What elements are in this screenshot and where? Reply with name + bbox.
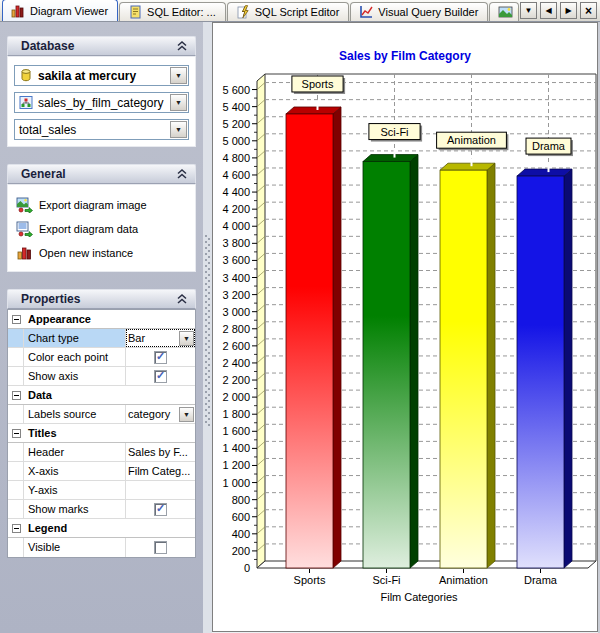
collapse-group-icon[interactable] — [12, 429, 21, 438]
svg-text:2 800: 2 800 — [222, 323, 250, 335]
property-name: Header — [24, 443, 126, 461]
bar-chart-icon — [11, 4, 26, 18]
close-tab-button[interactable]: × — [580, 2, 597, 19]
field-select[interactable]: total_sales ▼ — [14, 119, 189, 140]
x-axis-title-field[interactable]: Film Categ... — [126, 462, 195, 480]
properties-panel: Properties Appearance Chart type Bar ▼ C… — [7, 289, 196, 558]
x-axis-title: Film Categories — [380, 591, 458, 603]
dropdown-arrow-icon[interactable]: ▼ — [170, 121, 187, 138]
tab-label: SQL Script Editor — [255, 6, 340, 18]
general-panel-title: General — [21, 167, 66, 181]
export-diagram-image-action[interactable]: Export diagram image — [14, 193, 189, 217]
view-select[interactable]: sales_by_film_category ▼ — [14, 92, 189, 113]
tab-visual-query-builder[interactable]: Visual Query Builder — [350, 2, 488, 21]
collapse-group-icon[interactable] — [12, 315, 21, 324]
diagram-area: Sales by Film Category2004006008001 0001… — [212, 22, 598, 632]
svg-text:1 400: 1 400 — [222, 442, 250, 454]
database-icon — [18, 68, 34, 83]
new-instance-icon — [16, 245, 33, 261]
tab-diagram-viewer[interactable]: Diagram Viewer — [2, 0, 118, 21]
svg-text:1 200: 1 200 — [222, 459, 250, 471]
tab-blob-viewer[interactable]: BLOB Viewer — [489, 2, 519, 21]
property-row-show-marks[interactable]: Show marks — [8, 500, 195, 519]
query-builder-icon — [359, 5, 374, 19]
dropdown-arrow-icon[interactable]: ▼ — [170, 94, 187, 111]
prev-tab-button[interactable]: ◀ — [540, 2, 557, 19]
tab-label: Diagram Viewer — [30, 5, 108, 17]
collapse-group-icon[interactable] — [12, 391, 21, 400]
group-label: Titles — [24, 424, 57, 442]
dropdown-arrow-icon[interactable]: ▼ — [179, 407, 194, 422]
general-panel-header[interactable]: General — [7, 164, 196, 184]
svg-text:Drama: Drama — [532, 140, 566, 152]
tab-bar: Diagram Viewer SQL Editor: ... SQL Scrip… — [0, 0, 600, 22]
labels-source-dropdown[interactable]: category ▼ — [126, 405, 195, 423]
y-axis-title-field[interactable] — [126, 481, 195, 499]
labels-source-value: category — [126, 408, 179, 420]
svg-text:3 600: 3 600 — [222, 254, 250, 266]
x-tick-label: Animation — [439, 574, 488, 586]
chart-title: Sales by Film Category — [339, 49, 471, 63]
open-new-instance-action[interactable]: Open new instance — [14, 241, 189, 265]
color-each-point-checkbox[interactable] — [154, 351, 167, 364]
svg-text:600: 600 — [232, 511, 250, 523]
svg-text:3 400: 3 400 — [222, 272, 250, 284]
property-row-header[interactable]: Header Sales by F... — [8, 443, 195, 462]
show-marks-checkbox[interactable] — [154, 503, 167, 516]
svg-text:5 000: 5 000 — [222, 135, 250, 147]
collapse-chevron-icon[interactable] — [176, 41, 188, 51]
tab-label: SQL Editor: ... — [147, 6, 216, 18]
sidebar-splitter[interactable] — [203, 22, 212, 633]
field-select-value: total_sales — [15, 123, 170, 137]
legend-visible-checkbox[interactable] — [154, 541, 167, 554]
property-name: Chart type — [24, 329, 126, 347]
show-axis-checkbox[interactable] — [154, 370, 167, 383]
header-title-field[interactable]: Sales by F... — [126, 443, 195, 461]
svg-text:2 600: 2 600 — [222, 340, 250, 352]
svg-text:Sports: Sports — [302, 78, 334, 90]
collapse-chevron-icon[interactable] — [176, 294, 188, 304]
property-row-x-axis[interactable]: X-axis Film Categ... — [8, 462, 195, 481]
svg-text:1 000: 1 000 — [222, 477, 250, 489]
property-row-show-axis[interactable]: Show axis — [8, 367, 195, 386]
database-select[interactable]: sakila at mercury ▼ — [14, 65, 189, 86]
svg-text:200: 200 — [232, 545, 250, 557]
tab-strip-controls: ▼ ◀ ▶ × — [520, 2, 600, 19]
group-row-titles[interactable]: Titles — [8, 424, 195, 443]
mark-label-animation: Animation — [437, 132, 509, 150]
property-row-color-each-point[interactable]: Color each point — [8, 348, 195, 367]
dropdown-arrow-icon[interactable]: ▼ — [170, 67, 187, 84]
svg-text:5 600: 5 600 — [222, 84, 250, 96]
database-panel-header[interactable]: Database — [7, 36, 196, 56]
dropdown-arrow-icon[interactable]: ▼ — [179, 331, 194, 346]
property-name: Show marks — [24, 500, 126, 518]
property-row-y-axis[interactable]: Y-axis — [8, 481, 195, 500]
x-tick-label: Drama — [524, 574, 558, 586]
sales-chart: Sales by Film Category2004006008001 0001… — [213, 23, 597, 631]
action-label: Export diagram data — [39, 223, 138, 235]
tab-sql-script-editor[interactable]: SQL Script Editor — [227, 2, 350, 21]
group-row-legend[interactable]: Legend — [8, 519, 195, 538]
svg-text:3 200: 3 200 — [222, 289, 250, 301]
group-row-data[interactable]: Data — [8, 386, 195, 405]
tab-sql-editor[interactable]: SQL Editor: ... — [119, 2, 226, 21]
collapse-chevron-icon[interactable] — [176, 169, 188, 179]
collapse-group-icon[interactable] — [12, 524, 21, 533]
export-data-icon — [16, 221, 33, 237]
svg-text:800: 800 — [232, 494, 250, 506]
tab-list-dropdown-button[interactable]: ▼ — [520, 2, 537, 19]
chart-type-value: Bar — [126, 332, 179, 344]
tab-label: BLOB Viewer — [517, 6, 519, 18]
properties-panel-header[interactable]: Properties — [7, 289, 196, 309]
export-diagram-data-action[interactable]: Export diagram data — [14, 217, 189, 241]
property-row-visible[interactable]: Visible — [8, 538, 195, 557]
group-row-appearance[interactable]: Appearance — [8, 310, 195, 329]
property-row-labels-source[interactable]: Labels source category ▼ — [8, 405, 195, 424]
property-row-chart-type[interactable]: Chart type Bar ▼ — [8, 329, 195, 348]
svg-text:4 800: 4 800 — [222, 152, 250, 164]
database-panel-title: Database — [21, 39, 74, 53]
action-label: Open new instance — [39, 247, 133, 259]
chart-type-dropdown[interactable]: Bar ▼ — [126, 329, 195, 347]
next-tab-button[interactable]: ▶ — [560, 2, 577, 19]
y-axis-labels: 2004006008001 0001 2001 4001 6001 8002 0… — [222, 84, 250, 574]
